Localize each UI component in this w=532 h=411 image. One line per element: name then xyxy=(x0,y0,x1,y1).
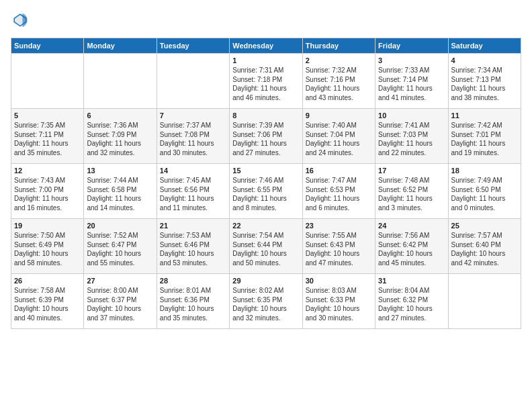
calendar-cell: 20Sunrise: 7:52 AM Sunset: 6:47 PM Dayli… xyxy=(84,219,157,274)
day-info: Sunrise: 7:31 AM Sunset: 7:18 PM Dayligh… xyxy=(232,66,299,102)
week-row-2: 5Sunrise: 7:35 AM Sunset: 7:11 PM Daylig… xyxy=(11,109,521,164)
calendar-header: Sunday Monday Tuesday Wednesday Thursday… xyxy=(11,38,521,54)
day-number: 11 xyxy=(451,111,518,120)
calendar-cell: 18Sunrise: 7:49 AM Sunset: 6:50 PM Dayli… xyxy=(448,164,521,219)
header-sunday: Sunday xyxy=(11,38,84,54)
calendar-cell: 6Sunrise: 7:36 AM Sunset: 7:09 PM Daylig… xyxy=(84,109,157,164)
day-number: 13 xyxy=(87,167,153,175)
day-info: Sunrise: 7:54 AM Sunset: 6:44 PM Dayligh… xyxy=(232,231,299,267)
week-row-3: 12Sunrise: 7:43 AM Sunset: 7:00 PM Dayli… xyxy=(11,164,521,219)
day-info: Sunrise: 7:34 AM Sunset: 7:13 PM Dayligh… xyxy=(451,66,518,102)
day-number: 21 xyxy=(160,222,226,230)
day-info: Sunrise: 7:37 AM Sunset: 7:08 PM Dayligh… xyxy=(160,121,226,157)
calendar-cell: 10Sunrise: 7:41 AM Sunset: 7:03 PM Dayli… xyxy=(375,109,448,164)
day-number: 16 xyxy=(306,167,372,175)
day-info: Sunrise: 8:00 AM Sunset: 6:37 PM Dayligh… xyxy=(87,286,153,322)
day-info: Sunrise: 8:04 AM Sunset: 6:32 PM Dayligh… xyxy=(378,286,445,322)
day-number: 14 xyxy=(160,167,226,175)
day-number: 15 xyxy=(232,167,299,175)
day-info: Sunrise: 7:50 AM Sunset: 6:49 PM Dayligh… xyxy=(14,231,81,267)
header-row: Sunday Monday Tuesday Wednesday Thursday… xyxy=(11,38,521,54)
day-number: 8 xyxy=(232,111,299,120)
day-number: 1 xyxy=(232,56,299,64)
header-monday: Monday xyxy=(84,38,157,54)
logo-icon xyxy=(11,11,30,30)
day-info: Sunrise: 7:52 AM Sunset: 6:47 PM Dayligh… xyxy=(87,231,153,267)
week-row-4: 19Sunrise: 7:50 AM Sunset: 6:49 PM Dayli… xyxy=(11,219,521,274)
day-number: 3 xyxy=(378,56,445,64)
day-info: Sunrise: 7:35 AM Sunset: 7:11 PM Dayligh… xyxy=(14,121,81,157)
day-number: 25 xyxy=(451,222,518,230)
header-saturday: Saturday xyxy=(448,38,521,54)
day-info: Sunrise: 7:47 AM Sunset: 6:53 PM Dayligh… xyxy=(306,176,372,212)
page-header xyxy=(11,11,521,30)
calendar-cell: 11Sunrise: 7:42 AM Sunset: 7:01 PM Dayli… xyxy=(448,109,521,164)
day-info: Sunrise: 8:01 AM Sunset: 6:36 PM Dayligh… xyxy=(160,286,226,322)
day-number: 24 xyxy=(378,222,445,230)
day-info: Sunrise: 7:39 AM Sunset: 7:06 PM Dayligh… xyxy=(232,121,299,157)
calendar-cell: 13Sunrise: 7:44 AM Sunset: 6:58 PM Dayli… xyxy=(84,164,157,219)
calendar-cell: 31Sunrise: 8:04 AM Sunset: 6:32 PM Dayli… xyxy=(375,274,448,329)
calendar-body: 1Sunrise: 7:31 AM Sunset: 7:18 PM Daylig… xyxy=(11,54,521,329)
day-number: 26 xyxy=(14,277,81,285)
day-number: 28 xyxy=(160,277,226,285)
calendar-cell: 19Sunrise: 7:50 AM Sunset: 6:49 PM Dayli… xyxy=(11,219,84,274)
day-number: 7 xyxy=(160,111,226,120)
calendar-cell: 1Sunrise: 7:31 AM Sunset: 7:18 PM Daylig… xyxy=(230,54,302,109)
day-number: 10 xyxy=(378,111,445,120)
day-number: 22 xyxy=(232,222,299,230)
calendar-cell: 23Sunrise: 7:55 AM Sunset: 6:43 PM Dayli… xyxy=(302,219,375,274)
calendar-cell: 26Sunrise: 7:58 AM Sunset: 6:39 PM Dayli… xyxy=(11,274,84,329)
day-info: Sunrise: 8:03 AM Sunset: 6:33 PM Dayligh… xyxy=(306,286,372,322)
day-info: Sunrise: 7:36 AM Sunset: 7:09 PM Dayligh… xyxy=(87,121,153,157)
calendar-cell: 25Sunrise: 7:57 AM Sunset: 6:40 PM Dayli… xyxy=(448,219,521,274)
calendar-cell xyxy=(84,54,157,109)
header-wednesday: Wednesday xyxy=(230,38,302,54)
day-number: 2 xyxy=(306,56,372,64)
day-info: Sunrise: 7:43 AM Sunset: 7:00 PM Dayligh… xyxy=(14,176,81,212)
calendar-cell: 16Sunrise: 7:47 AM Sunset: 6:53 PM Dayli… xyxy=(302,164,375,219)
day-info: Sunrise: 7:56 AM Sunset: 6:42 PM Dayligh… xyxy=(378,231,445,267)
day-number: 23 xyxy=(306,222,372,230)
calendar-cell: 22Sunrise: 7:54 AM Sunset: 6:44 PM Dayli… xyxy=(230,219,302,274)
day-number: 18 xyxy=(451,167,518,175)
calendar-cell: 5Sunrise: 7:35 AM Sunset: 7:11 PM Daylig… xyxy=(11,109,84,164)
day-info: Sunrise: 7:53 AM Sunset: 6:46 PM Dayligh… xyxy=(160,231,226,267)
day-info: Sunrise: 7:49 AM Sunset: 6:50 PM Dayligh… xyxy=(451,176,518,212)
calendar-cell: 4Sunrise: 7:34 AM Sunset: 7:13 PM Daylig… xyxy=(448,54,521,109)
week-row-5: 26Sunrise: 7:58 AM Sunset: 6:39 PM Dayli… xyxy=(11,274,521,329)
day-number: 31 xyxy=(378,277,445,285)
logo xyxy=(11,11,32,30)
day-number: 9 xyxy=(306,111,372,120)
calendar-cell: 27Sunrise: 8:00 AM Sunset: 6:37 PM Dayli… xyxy=(84,274,157,329)
day-number: 4 xyxy=(451,56,518,64)
day-info: Sunrise: 7:32 AM Sunset: 7:16 PM Dayligh… xyxy=(306,66,372,102)
day-number: 6 xyxy=(87,111,153,120)
day-info: Sunrise: 7:33 AM Sunset: 7:14 PM Dayligh… xyxy=(378,66,445,102)
day-info: Sunrise: 7:45 AM Sunset: 6:56 PM Dayligh… xyxy=(160,176,226,212)
header-thursday: Thursday xyxy=(302,38,375,54)
day-number: 12 xyxy=(14,167,81,175)
week-row-1: 1Sunrise: 7:31 AM Sunset: 7:18 PM Daylig… xyxy=(11,54,521,109)
calendar-cell: 14Sunrise: 7:45 AM Sunset: 6:56 PM Dayli… xyxy=(157,164,229,219)
calendar-cell: 7Sunrise: 7:37 AM Sunset: 7:08 PM Daylig… xyxy=(157,109,229,164)
calendar-cell: 21Sunrise: 7:53 AM Sunset: 6:46 PM Dayli… xyxy=(157,219,229,274)
day-number: 29 xyxy=(232,277,299,285)
day-number: 20 xyxy=(87,222,153,230)
day-info: Sunrise: 7:40 AM Sunset: 7:04 PM Dayligh… xyxy=(306,121,372,157)
day-number: 27 xyxy=(87,277,153,285)
header-friday: Friday xyxy=(375,38,448,54)
calendar-cell: 28Sunrise: 8:01 AM Sunset: 6:36 PM Dayli… xyxy=(157,274,229,329)
calendar-cell: 15Sunrise: 7:46 AM Sunset: 6:55 PM Dayli… xyxy=(230,164,302,219)
day-info: Sunrise: 7:57 AM Sunset: 6:40 PM Dayligh… xyxy=(451,231,518,267)
header-tuesday: Tuesday xyxy=(157,38,229,54)
day-info: Sunrise: 7:46 AM Sunset: 6:55 PM Dayligh… xyxy=(232,176,299,212)
day-info: Sunrise: 7:58 AM Sunset: 6:39 PM Dayligh… xyxy=(14,286,81,322)
day-info: Sunrise: 7:48 AM Sunset: 6:52 PM Dayligh… xyxy=(378,176,445,212)
day-info: Sunrise: 7:42 AM Sunset: 7:01 PM Dayligh… xyxy=(451,121,518,157)
calendar-cell: 9Sunrise: 7:40 AM Sunset: 7:04 PM Daylig… xyxy=(302,109,375,164)
calendar-cell: 2Sunrise: 7:32 AM Sunset: 7:16 PM Daylig… xyxy=(302,54,375,109)
day-number: 30 xyxy=(306,277,372,285)
day-number: 17 xyxy=(378,167,445,175)
day-info: Sunrise: 7:44 AM Sunset: 6:58 PM Dayligh… xyxy=(87,176,153,212)
